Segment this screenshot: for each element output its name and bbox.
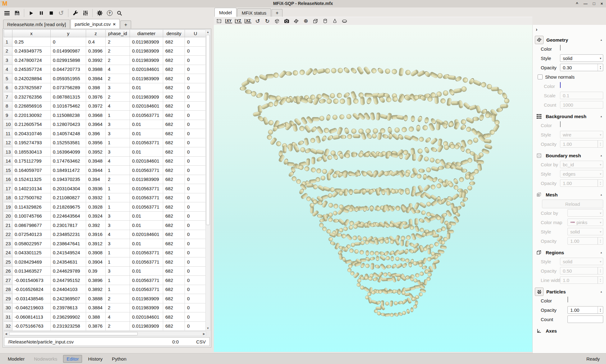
table-cell[interactable]: 0.059351955 — [51, 74, 86, 83]
table-cell[interactable]: 0.011983909 — [130, 294, 163, 303]
table-cell[interactable]: 682 — [163, 322, 185, 331]
table-cell[interactable]: 0.241549524 — [51, 248, 86, 258]
table-cell[interactable]: 0 — [185, 257, 206, 267]
table-cell[interactable]: 0.011983909 — [130, 303, 163, 313]
table-cell[interactable]: 0 — [185, 37, 206, 47]
table-cell[interactable]: 0.398 — [86, 83, 106, 93]
save-button[interactable] — [12, 9, 21, 18]
table-cell[interactable]: 0.3916 — [86, 230, 106, 239]
table-cell[interactable]: 0.203104304 — [51, 184, 86, 193]
table-cell[interactable]: 2 — [106, 74, 130, 83]
table-cell[interactable]: 0.010563771 — [130, 276, 163, 285]
table-cell[interactable]: 682 — [163, 276, 185, 285]
view-xy-button[interactable]: XY — [225, 18, 232, 25]
collapse-arrow-icon[interactable]: ▴ — [600, 38, 602, 41]
table-cell[interactable]: 0.087881315 — [51, 92, 86, 102]
screenshot-button[interactable] — [283, 18, 290, 25]
toggle-cone-button[interactable] — [331, 18, 338, 25]
table-cell[interactable]: 0.010563771 — [130, 285, 163, 294]
table-cell[interactable]: 0.114329826 — [12, 202, 51, 212]
spinbox[interactable]: 0.30▴▾ — [560, 64, 603, 71]
table-cell[interactable]: 0.3964 — [86, 120, 106, 129]
table-cell[interactable]: 0.010563771 — [130, 166, 163, 175]
menu-button[interactable] — [2, 9, 11, 18]
collapse-arrow-icon[interactable]: ▴ — [600, 251, 602, 254]
table-cell[interactable]: 4 — [106, 157, 130, 166]
table-cell[interactable]: 1 — [106, 257, 130, 267]
table-cell[interactable]: 1 — [106, 111, 130, 120]
table-cell[interactable]: 1 — [106, 248, 130, 258]
table-cell[interactable]: 682 — [163, 74, 185, 83]
table-cell[interactable]: 682 — [163, 184, 185, 193]
table-cell[interactable]: 0.011983909 — [130, 47, 163, 56]
table-cell[interactable]: 0 — [185, 312, 206, 322]
table-cell[interactable]: 0.232762356 — [12, 92, 51, 102]
table-cell[interactable]: 682 — [163, 138, 185, 148]
table-cell[interactable]: 0.086798677 — [12, 221, 51, 230]
mode-python[interactable]: Python — [108, 355, 130, 363]
row-number[interactable]: 20 — [4, 212, 12, 221]
spin-up-icon[interactable]: ▴ — [600, 65, 601, 67]
table-cell[interactable]: 3 — [106, 212, 130, 221]
row-number[interactable]: 26 — [4, 267, 12, 276]
table-cell[interactable]: 0.140574248 — [51, 129, 86, 138]
settings-button[interactable] — [95, 9, 104, 18]
table-cell[interactable]: 0.020184601 — [130, 157, 163, 166]
vertical-scroll-thumb[interactable] — [206, 35, 210, 225]
row-number[interactable]: 15 — [4, 166, 12, 175]
table-cell[interactable]: 0.3988 — [86, 65, 106, 74]
table-cell[interactable]: 0.25 — [12, 37, 51, 47]
col-header-x[interactable]: x — [12, 30, 51, 37]
section-header-particles[interactable]: Particles▴ — [533, 287, 606, 296]
table-cell[interactable]: 0.224643564 — [51, 212, 86, 221]
table-cell[interactable]: 0.24404103 — [51, 285, 86, 294]
table-cell[interactable]: 0.394 — [86, 175, 106, 184]
table-cell[interactable]: 2 — [106, 92, 130, 102]
table-cell[interactable]: 0.01 — [130, 120, 163, 129]
toggle-cube-button[interactable] — [312, 18, 319, 25]
table-cell[interactable]: 0.01 — [130, 83, 163, 93]
table-cell[interactable]: 682 — [163, 65, 185, 74]
rotate-right-button[interactable]: ↻ — [264, 18, 271, 25]
table-cell[interactable]: 2 — [106, 294, 130, 303]
table-cell[interactable]: 0.152553581 — [51, 138, 86, 148]
row-number[interactable]: 29 — [4, 294, 12, 303]
table-cell[interactable]: 0.128070423 — [51, 120, 86, 129]
table-cell[interactable]: 0 — [185, 230, 206, 239]
table-cell[interactable]: 0 — [185, 276, 206, 285]
table-cell[interactable]: 0.3944 — [86, 166, 106, 175]
search-button[interactable] — [115, 9, 124, 18]
table-cell[interactable]: 0.3972 — [86, 102, 106, 111]
table-cell[interactable]: 0.3892 — [86, 285, 106, 294]
table-cell[interactable]: 1 — [106, 166, 130, 175]
table-cell[interactable]: 1 — [106, 184, 130, 193]
table-cell[interactable]: 4 — [106, 312, 130, 322]
mode-modeler[interactable]: Modeler — [4, 355, 28, 363]
table-cell[interactable]: 0.392 — [86, 221, 106, 230]
table-cell[interactable]: 2 — [106, 322, 130, 331]
section-header-background-mesh[interactable]: Background mesh▴ — [533, 112, 606, 121]
toggle-sphere-button[interactable]: ⊕ — [302, 18, 310, 25]
color-swatch[interactable] — [560, 45, 561, 51]
row-number[interactable]: 22 — [4, 230, 12, 239]
collapse-arrow-icon[interactable]: ▴ — [600, 115, 602, 118]
table-cell[interactable]: 0.194370235 — [51, 175, 86, 184]
table-cell[interactable]: 0.23978613 — [51, 303, 86, 313]
table-cell[interactable]: 0.238647641 — [51, 239, 86, 248]
table-cell[interactable]: 3 — [106, 129, 130, 138]
table-cell[interactable]: 3 — [106, 221, 130, 230]
table-cell[interactable]: -0.075166763 — [12, 322, 51, 331]
table-cell[interactable]: 0.175112799 — [12, 157, 51, 166]
table-cell[interactable]: 0 — [185, 157, 206, 166]
parameters-button[interactable] — [81, 9, 90, 18]
row-number[interactable]: 8 — [4, 102, 12, 111]
table-cell[interactable]: 0.01 — [130, 147, 163, 157]
mode-editor[interactable]: Editor — [63, 355, 82, 363]
table-cell[interactable]: 0.140210134 — [12, 184, 51, 193]
viz-tab-model[interactable]: Model — [214, 8, 236, 17]
table-cell[interactable]: 0.01 — [130, 212, 163, 221]
table-cell[interactable]: 0 — [185, 138, 206, 148]
section-header-geometry[interactable]: Geometry▴ — [533, 35, 606, 44]
table-cell[interactable]: 0.100745766 — [12, 212, 51, 221]
table-cell[interactable]: 0.249349775 — [12, 47, 51, 56]
